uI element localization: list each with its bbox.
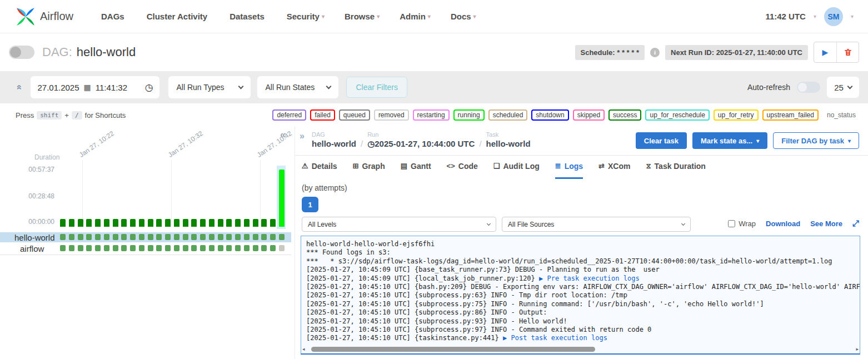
tab[interactable]: ⇄ XCom bbox=[598, 159, 630, 179]
nav-item[interactable]: Datasets bbox=[230, 12, 267, 21]
duration-bar[interactable] bbox=[270, 219, 276, 227]
task-instance-square[interactable] bbox=[165, 234, 171, 240]
download-link[interactable]: Download bbox=[766, 220, 800, 228]
task-instance-square[interactable] bbox=[95, 234, 101, 240]
run-state-select[interactable]: All Run States bbox=[257, 76, 338, 98]
duration-bar[interactable] bbox=[121, 219, 127, 227]
status-badge[interactable]: failed bbox=[310, 109, 335, 121]
grid-row-dag[interactable]: hello-world bbox=[0, 232, 291, 242]
status-badge[interactable]: queued bbox=[339, 109, 370, 121]
duration-bar[interactable] bbox=[244, 219, 250, 227]
duration-bar[interactable] bbox=[226, 219, 232, 227]
task-instance-square[interactable] bbox=[165, 245, 171, 251]
duration-bar[interactable] bbox=[279, 169, 285, 227]
file-source-select[interactable]: All File Sources bbox=[502, 217, 691, 232]
see-more-link[interactable]: See More bbox=[810, 220, 842, 228]
duration-bar[interactable] bbox=[261, 219, 267, 227]
duration-bar[interactable] bbox=[69, 219, 74, 227]
status-badge[interactable]: up_for_reschedule bbox=[645, 109, 709, 121]
task-instance-square[interactable] bbox=[200, 234, 206, 240]
delete-dag-button[interactable] bbox=[836, 42, 859, 62]
status-badge[interactable]: skipped bbox=[573, 109, 605, 121]
task-instance-square[interactable] bbox=[261, 234, 267, 240]
auto-refresh-toggle[interactable] bbox=[797, 82, 820, 93]
task-instance-square[interactable] bbox=[148, 245, 153, 251]
status-badge[interactable]: running bbox=[453, 109, 485, 121]
duration-bar[interactable] bbox=[113, 219, 118, 227]
expand-panel-icon[interactable]: » bbox=[300, 131, 305, 141]
task-instance-square[interactable] bbox=[60, 234, 66, 240]
duration-bar[interactable] bbox=[130, 219, 136, 227]
status-badge[interactable]: restarting bbox=[413, 109, 450, 121]
task-instance-square[interactable] bbox=[200, 245, 206, 251]
duration-bar[interactable] bbox=[183, 219, 188, 227]
task-instance-square[interactable] bbox=[261, 245, 267, 251]
info-icon[interactable]: i bbox=[650, 48, 660, 57]
task-instance-square[interactable] bbox=[270, 234, 276, 240]
status-badge[interactable]: success bbox=[608, 109, 641, 121]
status-badge[interactable]: up_for_retry bbox=[714, 109, 759, 121]
task-instance-square[interactable] bbox=[235, 234, 241, 240]
trigger-dag-button[interactable]: ▶ bbox=[814, 42, 836, 62]
dag-pause-toggle[interactable] bbox=[9, 46, 34, 59]
duration-bar[interactable] bbox=[165, 219, 171, 227]
task-instance-square[interactable] bbox=[253, 245, 258, 251]
duration-bar[interactable] bbox=[235, 219, 241, 227]
scroll-right-icon[interactable]: ▸ bbox=[856, 346, 859, 352]
task-instance-square[interactable] bbox=[148, 234, 153, 240]
task-instance-square[interactable] bbox=[78, 234, 83, 240]
task-instance-square[interactable] bbox=[279, 234, 285, 240]
task-instance-square[interactable] bbox=[244, 245, 250, 251]
utc-clock-dropdown[interactable]: 11:42 UTC bbox=[765, 12, 806, 21]
scrollbar-thumb[interactable] bbox=[311, 347, 595, 352]
task-instance-square[interactable] bbox=[226, 245, 232, 251]
task-instance-square[interactable] bbox=[113, 245, 118, 251]
task-instance-square[interactable] bbox=[253, 234, 258, 240]
task-instance-square[interactable] bbox=[270, 245, 276, 251]
duration-bar[interactable] bbox=[60, 219, 66, 227]
duration-bar[interactable] bbox=[191, 219, 197, 227]
filter-dag-by-task-button[interactable]: Filter DAG by task ▾ bbox=[773, 132, 859, 149]
duration-bar[interactable] bbox=[86, 219, 92, 227]
nav-item[interactable]: Security ▾ bbox=[287, 12, 325, 21]
duration-bar[interactable] bbox=[104, 219, 109, 227]
duration-bar[interactable] bbox=[200, 219, 206, 227]
task-instance-square[interactable] bbox=[191, 234, 197, 240]
task-instance-square[interactable] bbox=[235, 245, 241, 251]
log-group-link[interactable]: ▶ Post task execution logs bbox=[503, 334, 607, 342]
nav-item[interactable]: Browse ▾ bbox=[345, 12, 380, 21]
task-instance-square[interactable] bbox=[130, 234, 136, 240]
tab[interactable]: ❏ Audit Log bbox=[493, 159, 540, 179]
task-instance-square[interactable] bbox=[130, 245, 136, 251]
scroll-left-icon[interactable]: ◂ bbox=[302, 346, 305, 352]
status-badge[interactable]: shutdown bbox=[531, 109, 568, 121]
duration-bar[interactable] bbox=[218, 219, 223, 227]
task-instance-square[interactable] bbox=[69, 234, 74, 240]
task-instance-square[interactable] bbox=[69, 245, 74, 251]
page-size-select[interactable]: 25 bbox=[827, 77, 859, 98]
avatar[interactable]: SM bbox=[824, 7, 843, 26]
tab[interactable]: ⊞ Graph bbox=[353, 159, 385, 179]
task-instance-square[interactable] bbox=[86, 234, 92, 240]
clear-filters-button[interactable]: Clear Filters bbox=[346, 77, 407, 98]
task-instance-square[interactable] bbox=[104, 234, 109, 240]
task-instance-square[interactable] bbox=[156, 245, 162, 251]
task-instance-square[interactable] bbox=[209, 245, 214, 251]
breadcrumb-dag[interactable]: DAG hello-world bbox=[312, 129, 356, 149]
tab[interactable]: <> Code bbox=[447, 159, 478, 179]
nav-item[interactable]: Admin ▾ bbox=[400, 12, 431, 21]
task-instance-square[interactable] bbox=[218, 245, 223, 251]
collapse-filters-icon[interactable]: « bbox=[14, 84, 25, 89]
task-instance-square[interactable] bbox=[279, 245, 285, 251]
tab[interactable]: ≣ Logs bbox=[555, 159, 583, 179]
task-instance-square[interactable] bbox=[218, 234, 223, 240]
task-instance-square[interactable] bbox=[104, 245, 109, 251]
duration-bar[interactable] bbox=[78, 219, 83, 227]
task-instance-square[interactable] bbox=[191, 245, 197, 251]
duration-bar[interactable] bbox=[156, 219, 162, 227]
breadcrumb-task[interactable]: Task hello-world bbox=[486, 129, 531, 149]
duration-bar[interactable] bbox=[174, 219, 179, 227]
task-instance-square[interactable] bbox=[139, 245, 144, 251]
task-instance-square[interactable] bbox=[183, 234, 188, 240]
fullscreen-icon[interactable]: ⤢ bbox=[852, 218, 859, 228]
